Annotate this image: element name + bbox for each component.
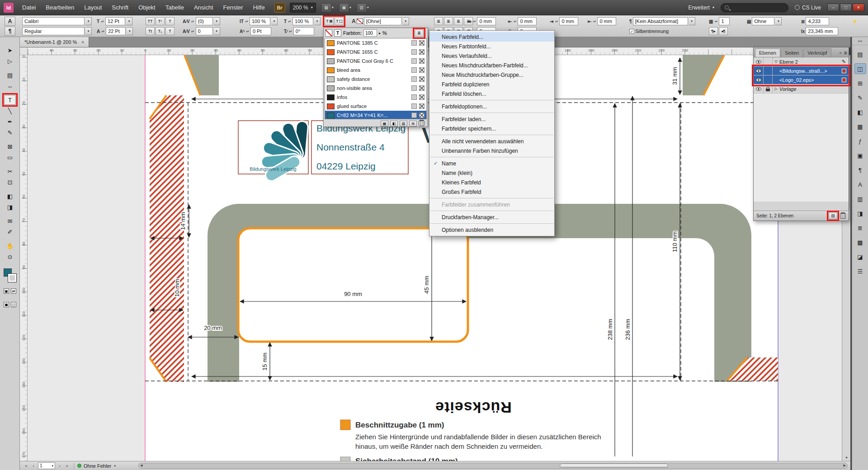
swatch-row[interactable]: glued surface xyxy=(325,102,426,111)
font-style-select[interactable]: Regular xyxy=(22,27,85,35)
menu-item[interactable]: Großes Farbfeld xyxy=(429,187,554,197)
menu-item[interactable]: Optionen ausblenden xyxy=(429,225,554,235)
lock-cell[interactable] xyxy=(764,57,773,66)
eyedropper-tool[interactable]: ✐ xyxy=(4,227,16,237)
delete-swatch-icon[interactable] xyxy=(419,121,425,126)
menu-hilfe[interactable]: Hilfe xyxy=(248,0,270,15)
chevron-down-icon[interactable]: ▾ xyxy=(85,27,92,35)
stepper[interactable]: ▴▾ xyxy=(245,30,250,33)
effects-panel-icon[interactable]: ƒ xyxy=(854,136,866,146)
pencil-tool[interactable]: ✎ xyxy=(4,127,16,137)
preflight-panel-icon[interactable]: ▩ xyxy=(854,237,866,248)
stroke-color-well[interactable] xyxy=(8,274,16,282)
panel-tab-verknüpf[interactable]: Verknüpf xyxy=(803,48,831,57)
horizontal-scrollbar[interactable]: ◀ ▶ xyxy=(138,463,848,469)
menu-item[interactable]: Neue Mischdruckfarben-Gruppe... xyxy=(429,70,554,80)
paragraph-direction-rtl-button[interactable]: ◂¶ xyxy=(719,27,728,35)
menu-item[interactable]: Farbfeld duplizieren xyxy=(429,80,554,89)
default-colors-button[interactable]: ▣ xyxy=(4,288,9,294)
minimize-button[interactable]: – xyxy=(827,4,839,11)
gradient-feather-tool[interactable]: ◨ xyxy=(4,202,16,212)
chevron-down-icon[interactable]: ▾ xyxy=(111,462,118,470)
last-line-indent-input[interactable]: 0 mm xyxy=(597,17,616,25)
line-tool[interactable]: ╲ xyxy=(4,106,16,116)
gradient-swatch-tool[interactable]: ◧ xyxy=(4,191,16,201)
new-layer-button[interactable]: ⊞ xyxy=(829,212,837,219)
show-color-swatches-button[interactable]: ◧ xyxy=(390,121,398,127)
horizontal-scroll-thumb[interactable] xyxy=(560,464,668,468)
ruler-origin-box[interactable] xyxy=(20,47,28,55)
position-button-1[interactable]: T₁ xyxy=(156,27,165,35)
fill-swatch-select[interactable]: [Ohne] xyxy=(364,17,402,25)
align-button-2[interactable]: ≣ xyxy=(454,17,463,25)
tables-panel-icon[interactable]: ▥ xyxy=(854,193,866,204)
menu-item[interactable]: Farbfelder speichern... xyxy=(429,124,554,133)
visibility-eye-icon[interactable] xyxy=(754,75,764,84)
menu-item[interactable]: Neues Farbtonfeld... xyxy=(429,42,554,51)
tint-input[interactable]: 100 xyxy=(363,29,377,37)
new-swatch-button[interactable]: ⊞ xyxy=(409,121,417,127)
align-button-0[interactable]: ≣ xyxy=(434,17,443,25)
horizontal-scale-input[interactable]: 100 % xyxy=(292,17,313,25)
stepper[interactable]: ▴▾ xyxy=(100,20,104,23)
links-panel-icon[interactable]: ⊞ xyxy=(854,78,866,89)
chevron-down-icon[interactable]: ▾ xyxy=(775,17,782,25)
pages-panel-icon[interactable]: ▤ xyxy=(854,49,866,60)
chevron-down-icon[interactable]: ▾ xyxy=(127,27,133,35)
menu-tabelle[interactable]: Tabelle xyxy=(160,0,189,15)
none-fill-proxy-icon[interactable] xyxy=(325,29,332,37)
lock-cell[interactable] xyxy=(764,85,773,93)
next-page-button[interactable]: › xyxy=(56,462,63,470)
show-gradient-swatches-button[interactable]: ▥ xyxy=(400,121,407,127)
expand-dock-icon[interactable]: «« xyxy=(852,37,868,45)
align-button-1[interactable]: ≣ xyxy=(444,17,453,25)
menu-item[interactable]: Farbfelder zusammenführen xyxy=(429,200,554,209)
case-button-2[interactable]: T xyxy=(165,17,175,25)
stepper[interactable]: ▴▾ xyxy=(245,20,249,23)
view-options-button[interactable]: ▦▾ xyxy=(322,4,334,11)
left-indent-input[interactable]: 0 mm xyxy=(477,17,496,25)
stepper[interactable]: ▴▾ xyxy=(191,30,195,33)
pen-tool[interactable]: ✒ xyxy=(4,117,16,127)
character-formatting-mode-button[interactable]: A xyxy=(5,17,15,26)
visibility-eye-icon[interactable] xyxy=(754,66,764,75)
separations-panel-icon[interactable]: ◪ xyxy=(854,251,866,262)
menu-objekt[interactable]: Objekt xyxy=(133,0,160,15)
font-family-select[interactable]: Calibri xyxy=(22,17,85,25)
leading-input[interactable]: 22 Pt xyxy=(106,27,126,35)
first-page-button[interactable]: « xyxy=(23,462,30,470)
close-button[interactable]: × xyxy=(853,4,864,11)
menu-item[interactable]: Alle nicht verwendeten auswählen xyxy=(429,136,554,146)
paragraph-direction-button[interactable]: ¶▸ xyxy=(709,27,718,35)
stepper[interactable]: ▴▾ xyxy=(101,30,105,33)
stepper[interactable]: ▴▾ xyxy=(472,20,476,23)
collapse-panels-icon[interactable]: » xyxy=(839,51,841,55)
menu-item[interactable]: Kleines Farbfeld xyxy=(429,178,554,187)
visibility-eye-icon[interactable] xyxy=(754,57,764,66)
chevron-down-icon[interactable]: ▾ xyxy=(689,17,695,25)
columns-input[interactable]: 1 xyxy=(719,17,730,25)
formatting-affects-text-button[interactable]: T xyxy=(325,17,334,25)
menu-bearbeiten[interactable]: Bearbeiten xyxy=(41,0,79,15)
scroll-right-arrow[interactable]: ▶ xyxy=(844,464,846,467)
grid-value-input[interactable]: 4,233 xyxy=(806,17,829,25)
menu-datei[interactable]: Datei xyxy=(17,0,41,15)
skew-input[interactable]: 0° xyxy=(293,27,314,35)
stepper[interactable]: ▴▾ xyxy=(513,20,517,23)
menu-layout[interactable]: Layout xyxy=(79,0,107,15)
formatting-affects-container-button[interactable]: T xyxy=(335,17,344,25)
swap-colors-button[interactable]: ⇄ xyxy=(11,288,16,294)
lock-cell[interactable] xyxy=(764,66,773,75)
menu-item[interactable]: Farbfeldoptionen... xyxy=(429,102,554,111)
direct-selection-tool[interactable]: ▷ xyxy=(4,56,16,66)
swatch-row[interactable]: PANTONE 1655 C xyxy=(325,47,426,56)
type-tool[interactable]: T xyxy=(4,95,16,105)
scripts-panel-icon[interactable]: ☰ xyxy=(854,266,866,277)
color-panel-icon[interactable]: ◧ xyxy=(854,107,866,118)
menu-item[interactable]: Druckfarben-Manager... xyxy=(429,212,554,222)
right-indent-input[interactable]: 0 mm xyxy=(518,17,537,25)
last-page-button[interactable]: » xyxy=(63,462,71,470)
menu-item[interactable]: Neues Farbfeld... xyxy=(429,32,554,42)
chevron-down-icon[interactable]: ▾ xyxy=(271,17,278,25)
chevron-down-icon[interactable]: ▾ xyxy=(214,17,220,25)
